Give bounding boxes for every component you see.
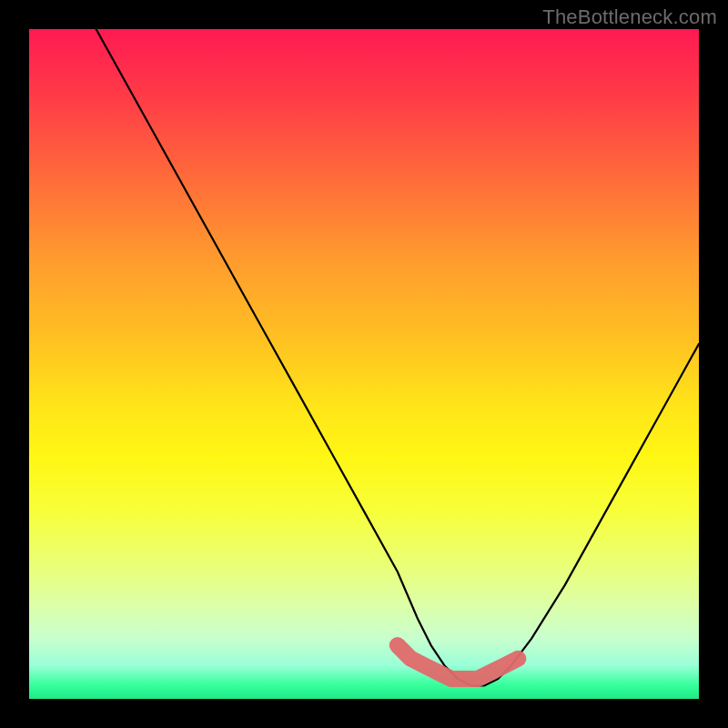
optimal-range-path [398,645,519,679]
watermark-text: TheBottleneck.com [542,5,717,29]
bottleneck-curve-path [96,29,699,685]
chart-frame: TheBottleneck.com [0,0,728,728]
curve-svg [29,29,699,699]
plot-area [29,29,699,699]
